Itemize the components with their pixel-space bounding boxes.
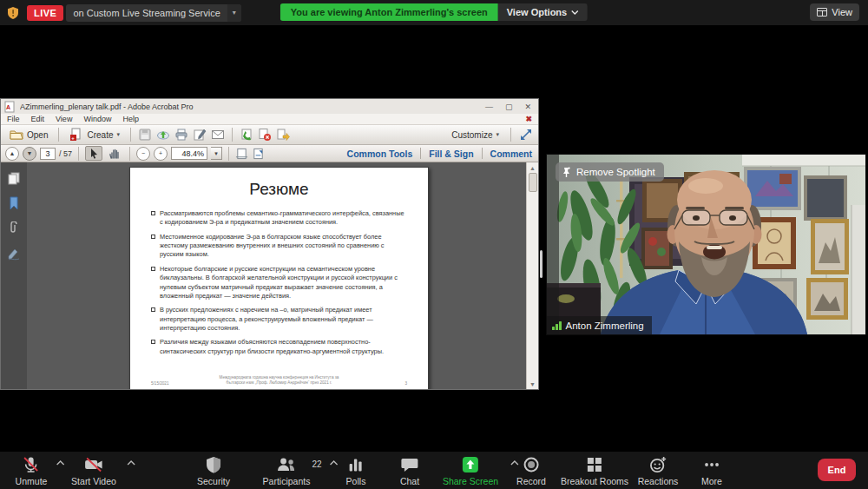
email-icon[interactable] [211, 128, 225, 142]
acrobat-menu-bar: File Edit View Window Help ✖ [1, 114, 538, 125]
remove-spotlight-button[interactable]: Remove Spotlight [556, 162, 664, 182]
chat-bubble-icon [400, 455, 419, 474]
more-button[interactable]: More [701, 455, 722, 486]
end-meeting-button[interactable]: End [818, 459, 856, 481]
zoom-level-value[interactable]: 48.4% [171, 147, 207, 160]
svg-text:A: A [6, 104, 10, 110]
start-video-button[interactable]: Start Video [71, 455, 116, 486]
record-button[interactable]: Record [516, 455, 546, 486]
encryption-shield-icon[interactable] [5, 5, 21, 21]
chevron-down-icon [571, 10, 579, 15]
view-button[interactable]: View [810, 3, 859, 21]
menu-view[interactable]: View [56, 115, 72, 123]
video-panel-collapse-handle[interactable] [540, 250, 542, 278]
signatures-icon[interactable] [7, 247, 21, 261]
video-options-chevron-icon[interactable] [127, 460, 135, 466]
hand-tool-button[interactable] [106, 146, 123, 161]
scrolling-view-icon[interactable] [235, 148, 248, 160]
common-tools-link[interactable]: Common Tools [339, 149, 421, 159]
close-document-icon[interactable]: ✖ [525, 115, 532, 123]
share-screen-label: Share Screen [443, 476, 498, 486]
maximize-button[interactable]: ▢ [505, 102, 513, 111]
minimize-button[interactable]: — [485, 102, 493, 111]
page-thumbnails-icon[interactable] [7, 171, 21, 185]
microphone-muted-icon [22, 455, 41, 474]
zoom-dropdown-caret[interactable]: ▾ [211, 147, 222, 160]
save-icon[interactable] [138, 128, 152, 142]
square-bullet-icon [151, 235, 155, 239]
viewing-banner: You are viewing Anton Zimmerling's scree… [280, 3, 498, 21]
single-page-view-icon[interactable] [252, 148, 265, 160]
spotlight-video-tile[interactable]: Remove Spotlight Anton Zimmerling [547, 155, 865, 334]
reactions-smiley-icon [648, 455, 667, 474]
previous-page-button[interactable]: ▲ [5, 147, 19, 161]
security-label: Security [197, 476, 230, 486]
zoom-meeting-window: LIVE on Custom Live Streaming Service ▾ … [0, 0, 868, 489]
menu-file[interactable]: File [7, 115, 20, 123]
menu-edit[interactable]: Edit [31, 115, 45, 123]
streaming-caret-icon[interactable]: ▾ [227, 4, 241, 22]
unmute-options-chevron-icon[interactable] [56, 460, 64, 466]
zoom-out-button[interactable]: − [136, 147, 150, 161]
select-cursor-icon [89, 149, 98, 159]
chat-button[interactable]: Chat [400, 455, 419, 486]
slide-bullet: В русских предложениях с наречием на –о,… [151, 306, 407, 333]
participants-count: 22 [312, 459, 321, 469]
fullscreen-mode-icon[interactable] [519, 128, 533, 142]
participant-name: Anton Zimmerling [566, 320, 644, 331]
phone-review-icon[interactable] [240, 128, 253, 142]
close-button[interactable]: ✕ [524, 102, 531, 111]
acrobat-title-bar[interactable]: A AZimmerling_plenary talk.pdf - Adobe A… [1, 99, 538, 114]
create-button[interactable]: + Create ▾ [66, 126, 123, 143]
open-button[interactable]: Open [6, 126, 51, 143]
scroll-down-icon[interactable]: ▼ [529, 379, 536, 389]
reactions-button[interactable]: Reactions [638, 455, 679, 486]
delete-pages-icon[interactable] [258, 128, 272, 142]
remove-spotlight-label: Remove Spotlight [576, 167, 655, 177]
customize-button[interactable]: Customize ▾ [448, 129, 503, 142]
page-total-label: / 57 [59, 149, 72, 158]
participants-icon [276, 455, 297, 474]
print-icon[interactable] [174, 128, 188, 142]
upload-cloud-icon[interactable] [156, 128, 170, 142]
slide-footer: 5/15/2021 Международната годишна научна … [151, 375, 407, 387]
breakout-rooms-button[interactable]: Breakout Rooms [561, 455, 628, 486]
zoom-in-button[interactable]: + [154, 147, 168, 161]
edit-pen-icon[interactable] [193, 128, 207, 142]
scroll-up-icon[interactable]: ▲ [529, 162, 536, 173]
security-shield-icon [204, 455, 223, 474]
share-screen-button[interactable]: Share Screen [443, 455, 498, 486]
polls-button[interactable]: Polls [346, 455, 366, 486]
menu-help[interactable]: Help [122, 115, 139, 123]
fill-sign-link[interactable]: Fill & Sign [421, 149, 481, 159]
slide-bullet: Различия между языками объясняются несов… [151, 338, 407, 356]
export-icon[interactable] [276, 128, 290, 142]
page-number-input[interactable] [40, 148, 56, 160]
pdf-canvas[interactable]: Резюме Рассматриваются проблемы семантик… [27, 162, 526, 389]
slide-footer-page-number: 3 [346, 381, 407, 386]
spotlight-pin-icon [562, 167, 571, 178]
gallery-view-icon [817, 8, 827, 17]
square-bullet-icon [151, 307, 155, 312]
select-tool-button[interactable] [85, 146, 102, 161]
unmute-button[interactable]: Unmute [16, 455, 48, 486]
more-label: More [701, 476, 722, 486]
start-video-label: Start Video [71, 476, 116, 486]
menu-window[interactable]: Window [83, 115, 111, 123]
vertical-scrollbar[interactable]: ▲ ▼ [526, 162, 538, 389]
reactions-label: Reactions [638, 476, 679, 486]
bookmarks-icon[interactable] [7, 196, 21, 210]
comment-link[interactable]: Comment [483, 149, 534, 159]
view-options-button[interactable]: View Options [498, 3, 588, 21]
participants-options-chevron-icon[interactable] [329, 460, 338, 466]
security-button[interactable]: Security [197, 455, 230, 486]
video-off-icon [83, 455, 104, 474]
participants-button[interactable]: Participants 22 [263, 455, 311, 486]
participant-video-feed [547, 155, 865, 334]
scrollbar-thumb[interactable] [529, 173, 537, 192]
svg-text:+: + [72, 135, 76, 141]
streaming-service-pill[interactable]: on Custom Live Streaming Service ▾ [66, 4, 240, 22]
attachments-icon[interactable] [7, 221, 21, 235]
next-page-button[interactable]: ▼ [23, 147, 36, 161]
participants-label: Participants [263, 476, 311, 486]
